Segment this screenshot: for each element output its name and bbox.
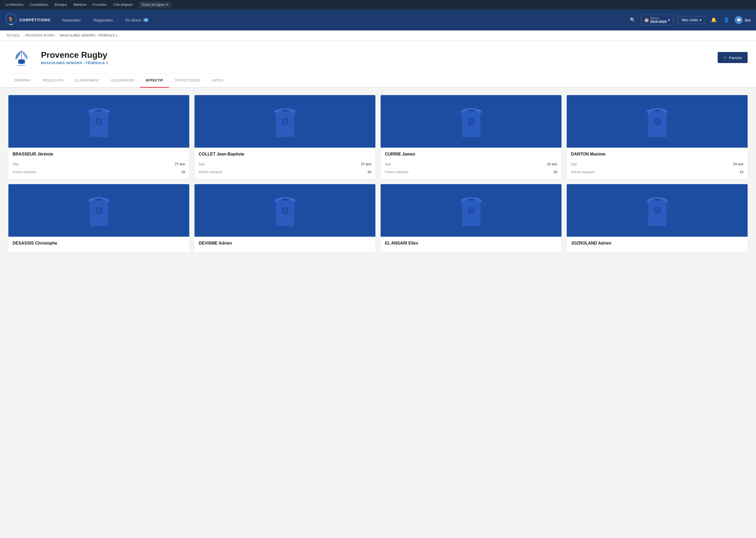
points-value: 15 (740, 170, 743, 174)
favoris-button[interactable]: ☆ Favoris (718, 52, 748, 63)
player-card-collet[interactable]: COLLET Jean-Baptiste Âge 27 ans Points m… (195, 95, 375, 179)
player-info-currie: CURRIE James Âge 24 ans Points marqués 2… (381, 148, 561, 179)
player-name-danton: DANTON Maxime (571, 152, 743, 157)
top-nav-boutique[interactable]: Boutique (55, 3, 67, 7)
content-area: BRASSEUR Jérémie Âge 27 ans Points marqu… (0, 88, 756, 265)
toutes-ligues-chevron: ▾ (166, 3, 168, 7)
breadcrumb-current: MASCULINES SENIORS - FÉDÉRALE 1 (60, 34, 117, 37)
nav-regionales[interactable]: Régionales (87, 10, 119, 30)
jersey-icon (639, 189, 676, 232)
top-navigation: La fédération Compétitions Boutique Bill… (0, 0, 756, 10)
player-stat-age-danton: Âge 24 ans (571, 160, 743, 168)
age-label: Âge (199, 162, 205, 166)
mes-clubs-chevron: ▾ (699, 18, 701, 22)
search-button[interactable]: 🔍 (629, 16, 637, 24)
main-header: 🐓 FFR COMPÉTITIONS Nationales Régionales… (0, 10, 756, 30)
club-subtitle: MASCULINES SENIORS - FÉDÉRALE 1 (41, 61, 711, 65)
jersey-icon (80, 100, 117, 142)
svg-text:RUGBY: RUGBY (19, 67, 24, 67)
player-card-desassis[interactable]: DESASSIS Christophe (8, 184, 189, 252)
player-jersey-brasseur (8, 95, 189, 148)
breadcrumb-sep-2: › (57, 34, 58, 37)
svg-text:FFR: FFR (9, 24, 13, 26)
tab-effectif[interactable]: EFFECTIF (140, 74, 169, 88)
player-stat-points-danton: Points marqués 15 (571, 168, 743, 176)
player-info-brasseur: BRASSEUR Jérémie Âge 27 ans Points marqu… (8, 148, 189, 179)
player-name-desassis: DESASSIS Christophe (13, 241, 185, 245)
tab-infos[interactable]: INFOS (206, 74, 229, 88)
tab-general[interactable]: GÉNÉRAL (8, 74, 37, 88)
jersey-icon (453, 100, 490, 142)
player-name-brasseur: BRASSEUR Jérémie (13, 152, 185, 157)
star-icon: ☆ (724, 55, 727, 60)
player-info-jozroland: JOZROLAND Adrien (567, 237, 748, 252)
player-stat-points-collet: Points marqués 18 (199, 168, 371, 176)
saison-line1: Saison (650, 17, 667, 20)
breadcrumb-accueil[interactable]: ACCUEIL (6, 34, 20, 37)
age-value: 24 ans (733, 162, 743, 166)
top-nav-la-federation[interactable]: La fédération (5, 3, 24, 7)
ffr-logo: 🐓 FFR (5, 13, 17, 27)
player-card-elansari[interactable]: EL ANSARI Elles (381, 184, 561, 252)
breadcrumb-provence-rugby[interactable]: PROVENCE RUGBY (25, 34, 55, 37)
players-grid-row2: DESASSIS Christophe DEVISME Adrien (8, 184, 748, 252)
player-jersey-elansari (381, 184, 561, 237)
bot-icon: 💬 (735, 16, 743, 24)
players-grid-row1: BRASSEUR Jérémie Âge 27 ans Points marqu… (8, 95, 748, 179)
age-value: 27 ans (175, 162, 185, 166)
saison-chevron: ▾ (668, 18, 670, 22)
nav-nationales[interactable]: Nationales (56, 10, 87, 30)
mes-clubs-button[interactable]: Mes clubs ▾ (678, 16, 705, 24)
player-jersey-desassis (8, 184, 189, 237)
player-card-devisme[interactable]: DEVISME Adrien (195, 184, 375, 252)
tab-statistiques[interactable]: STATISTIQUES (169, 74, 206, 88)
bot-button[interactable]: 💬 Bot (735, 16, 751, 24)
player-jersey-devisme (195, 184, 375, 237)
age-label: Âge (385, 162, 391, 166)
nav-en-direct[interactable]: En direct 0 (119, 10, 155, 30)
player-stat-points-currie: Points marqués 20 (385, 168, 557, 176)
notifications-button[interactable]: 🔔 (710, 16, 718, 24)
player-jersey-jozroland (567, 184, 748, 237)
player-info-collet: COLLET Jean-Baptiste Âge 27 ans Points m… (195, 148, 375, 179)
mes-clubs-label: Mes clubs (682, 18, 698, 22)
breadcrumb: ACCUEIL › PROVENCE RUGBY › MASCULINES SE… (0, 30, 756, 41)
player-name-devisme: DEVISME Adrien (199, 241, 371, 245)
points-value: 18 (181, 170, 185, 174)
top-nav-cote-dirigeant[interactable]: Côté dirigeant (113, 3, 133, 7)
profile-button[interactable]: 👤 (722, 16, 731, 24)
jersey-icon (639, 100, 676, 142)
player-jersey-collet (195, 95, 375, 148)
player-jersey-currie (381, 95, 561, 148)
age-label: Âge (571, 162, 577, 166)
club-logo-image: PROVENCE RUGBY (10, 48, 33, 67)
favoris-label: Favoris (729, 55, 742, 60)
player-card-currie[interactable]: CURRIE James Âge 24 ans Points marqués 2… (381, 95, 561, 179)
header-actions: 🔍 📅 Saison 2019-2020 ▾ Mes clubs ▾ 🔔 👤 💬… (629, 15, 751, 26)
player-jersey-danton (567, 95, 748, 148)
club-header: PROVENCE RUGBY Provence Rugby MASCULINES… (0, 41, 756, 74)
tab-resultats[interactable]: RÉSULTATS (37, 74, 69, 88)
player-card-danton[interactable]: DANTON Maxime Âge 24 ans Points marqués … (567, 95, 748, 179)
player-card-jozroland[interactable]: JOZROLAND Adrien (567, 184, 748, 252)
top-nav-billetterie[interactable]: Billetterie (73, 3, 86, 7)
top-nav-formation[interactable]: Formation (93, 3, 107, 7)
tab-calendrier[interactable]: CALENDRIER (105, 74, 140, 88)
breadcrumb-sep-1: › (22, 34, 23, 37)
points-value: 20 (554, 170, 557, 174)
tab-classement[interactable]: CLASSEMENT (69, 74, 105, 88)
player-card-brasseur[interactable]: BRASSEUR Jérémie Âge 27 ans Points marqu… (8, 95, 189, 179)
saison-selector[interactable]: 📅 Saison 2019-2020 ▾ (641, 15, 673, 26)
player-name-elansari: EL ANSARI Elles (385, 241, 557, 245)
points-label: Points marqués (385, 170, 408, 174)
top-nav-competitions[interactable]: Compétitions (30, 3, 48, 7)
jersey-icon (453, 189, 490, 232)
player-info-danton: DANTON Maxime Âge 24 ans Points marqués … (567, 148, 748, 179)
toutes-ligues-dropdown[interactable]: Toutes les ligues ▾ (139, 2, 171, 8)
toutes-ligues-label: Toutes les ligues (142, 3, 165, 7)
en-direct-label: En direct (126, 18, 141, 22)
player-name-jozroland: JOZROLAND Adrien (571, 241, 743, 245)
saison-line2: 2019-2020 (650, 20, 667, 24)
jersey-icon (267, 189, 304, 232)
player-stat-age-brasseur: Âge 27 ans (13, 160, 185, 168)
